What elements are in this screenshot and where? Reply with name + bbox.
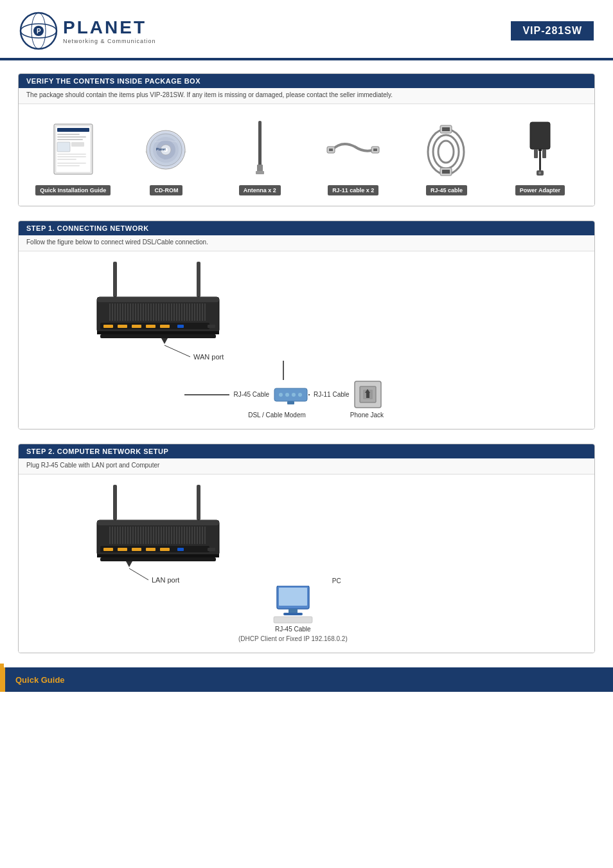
dhcp-label: (DHCP Client or Fixed IP 192.168.0.2) <box>238 635 348 642</box>
svg-rect-10 <box>57 139 83 140</box>
svg-rect-17 <box>57 165 80 167</box>
list-item: Planet CD-ROM <box>120 121 213 195</box>
svg-rect-126 <box>208 548 215 551</box>
list-item: RJ-11 cable x 2 <box>306 121 400 195</box>
svg-rect-15 <box>57 159 76 160</box>
list-item: RJ-45 cable <box>400 121 493 195</box>
svg-text:Planet: Planet <box>156 147 166 151</box>
rj45-cable-icon <box>422 123 470 177</box>
dsl-modem-label: DSL / Cable Modem <box>219 411 335 419</box>
svg-rect-12 <box>71 142 84 147</box>
svg-line-102 <box>164 345 190 357</box>
svg-rect-175 <box>274 617 312 623</box>
svg-point-105 <box>279 393 283 397</box>
step1-title: Step 1. Connecting Network <box>19 221 594 235</box>
svg-rect-13 <box>57 154 86 155</box>
svg-point-36 <box>438 141 454 163</box>
guide-icon <box>51 123 96 177</box>
header: P PLANET Networking & Communication VIP-… <box>0 0 613 50</box>
svg-point-106 <box>285 393 289 397</box>
svg-rect-128 <box>100 557 216 561</box>
svg-point-47 <box>538 172 541 174</box>
svg-rect-45 <box>539 151 541 170</box>
footer-left-accent <box>0 664 4 667</box>
rj45-cable-label: RJ-45 cable <box>426 185 467 195</box>
logo-area: P PLANET Networking & Communication <box>19 12 156 50</box>
svg-rect-16 <box>57 163 86 164</box>
svg-rect-51 <box>97 297 219 302</box>
footer-bar: Quick Guide <box>0 667 613 692</box>
svg-rect-127 <box>97 554 219 557</box>
planet-logo-icon: P <box>19 12 58 50</box>
svg-text:WAN port: WAN port <box>193 353 224 361</box>
package-section-subtext: The package should contain the items plu… <box>19 88 594 104</box>
connection-diagram-step1: RJ-45 Cable RJ-11 Cable <box>174 361 574 419</box>
step2-content: LAN port PC <box>19 475 594 653</box>
list-item: Antenna x 2 <box>213 121 306 195</box>
list-item: Quick Installation Guide <box>26 121 120 195</box>
svg-rect-38 <box>442 127 450 131</box>
svg-rect-122 <box>132 548 141 551</box>
phone-jack-label: Phone Jack <box>341 411 393 419</box>
svg-rect-41 <box>530 122 550 149</box>
cdrom-image: Planet <box>142 121 190 179</box>
footer-label: Quick Guide <box>5 675 65 685</box>
pc-label: PC <box>332 577 341 584</box>
svg-text:P: P <box>37 28 41 35</box>
brand-tagline: Networking & Communication <box>63 38 156 44</box>
step2-subtext: Plug RJ-45 Cable with LAN port and Compu… <box>19 458 594 475</box>
svg-rect-115 <box>113 485 117 520</box>
svg-rect-9 <box>57 136 86 138</box>
power-adapter-image <box>522 121 558 179</box>
step2-section: Step 2. Computer Network Setup Plug RJ-4… <box>18 444 595 653</box>
svg-rect-27 <box>258 121 262 166</box>
svg-rect-8 <box>57 134 80 135</box>
router-svg-step1: WAN port <box>78 262 245 371</box>
step1-content: WAN port RJ-45 Cable <box>19 251 594 429</box>
svg-point-108 <box>298 393 302 397</box>
package-content: Quick Installation Guide Planet <box>19 104 594 206</box>
svg-rect-172 <box>279 588 307 606</box>
svg-line-169 <box>129 568 148 580</box>
svg-rect-49 <box>197 262 200 297</box>
antenna-label: Antenna x 2 <box>239 185 281 195</box>
svg-rect-48 <box>113 262 117 297</box>
cdrom-icon: Planet <box>142 126 190 174</box>
svg-rect-61 <box>100 334 216 338</box>
step2-title: Step 2. Computer Network Setup <box>19 444 594 458</box>
rj11-label: RJ-11 cable x 2 <box>328 185 378 195</box>
connection-diagram-step2: PC RJ-45 Cable (DHCP <box>238 577 574 642</box>
step1-section: Step 1. Connecting Network Follow the fi… <box>18 221 595 429</box>
logo-text: PLANET Networking & Communication <box>63 17 156 44</box>
svg-rect-114 <box>366 393 369 398</box>
package-section: VERIFY THE CONTENTS INSIDE PACKAGE BOX T… <box>18 73 595 206</box>
guide-label: Quick Installation Guide <box>35 185 111 195</box>
power-adapter-icon <box>522 121 558 179</box>
svg-rect-42 <box>534 149 538 158</box>
svg-rect-58 <box>177 325 184 328</box>
svg-rect-56 <box>146 325 155 328</box>
router-svg-step2: LAN port <box>78 485 245 594</box>
package-items-row: Quick Installation Guide Planet <box>26 114 587 195</box>
rj11-label-step1: RJ-11 Cable <box>310 391 353 398</box>
svg-rect-168 <box>128 561 130 563</box>
svg-rect-173 <box>289 609 298 613</box>
package-section-title: VERIFY THE CONTENTS INSIDE PACKAGE BOX <box>19 74 594 88</box>
svg-rect-44 <box>538 149 542 151</box>
phone-jack-icon <box>353 380 382 409</box>
cdrom-label: CD-ROM <box>150 185 182 195</box>
svg-rect-123 <box>146 548 155 551</box>
guide-image <box>51 121 96 179</box>
antenna-image <box>252 121 268 179</box>
svg-rect-57 <box>160 325 170 328</box>
svg-rect-174 <box>283 613 303 615</box>
svg-rect-59 <box>208 325 215 328</box>
svg-rect-29 <box>256 171 264 174</box>
svg-rect-124 <box>160 548 170 551</box>
power-adapter-label: Power Adapter <box>515 185 565 195</box>
pc-icon <box>271 586 315 624</box>
svg-rect-55 <box>132 325 141 328</box>
svg-rect-125 <box>177 548 184 551</box>
rj45-cable-label-step2: RJ-45 Cable <box>275 626 311 633</box>
svg-rect-121 <box>118 548 127 551</box>
